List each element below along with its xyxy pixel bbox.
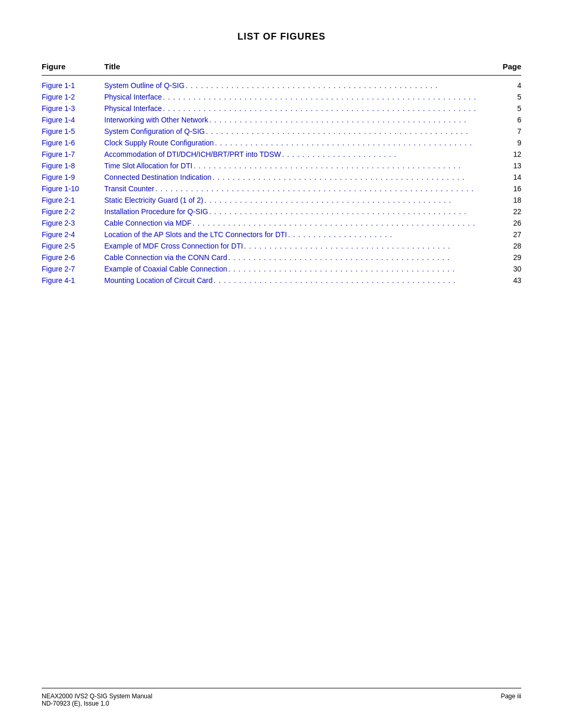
- figure-dots: . . . . . . . . . . . . . . . . . . . . …: [163, 104, 500, 113]
- figure-title-content: Interworking with Other Network . . . . …: [104, 116, 500, 124]
- figure-page-num: 28: [500, 242, 521, 250]
- figure-title-text: Interworking with Other Network: [104, 116, 208, 124]
- figure-title-text: Location of the AP Slots and the LTC Con…: [104, 230, 287, 239]
- table-row: Figure 1-3 Physical Interface . . . . . …: [42, 103, 521, 114]
- figure-link[interactable]: Figure 4-1: [42, 276, 104, 285]
- figure-dots: . . . . . . . . . . . . . . . . . . . . …: [209, 207, 499, 216]
- figure-title-content: Example of MDF Cross Connection for DTI …: [104, 242, 500, 250]
- figure-title-content: Cable Connection via the CONN Card . . .…: [104, 253, 500, 262]
- figure-page-num: 30: [500, 265, 521, 273]
- figure-page-num: 22: [500, 207, 521, 216]
- figure-dots: . . . . . . . . . . . . . . . . . . . . …: [204, 196, 499, 204]
- figure-title-content: Example of Coaxial Cable Connection . . …: [104, 265, 500, 273]
- figure-title-content: Clock Supply Route Configuration . . . .…: [104, 139, 500, 147]
- figure-page-num: 43: [500, 276, 521, 285]
- table-row: Figure 1-2 Physical Interface . . . . . …: [42, 91, 521, 103]
- figure-title-text: Physical Interface: [104, 93, 162, 101]
- figure-link[interactable]: Figure 1-3: [42, 104, 104, 113]
- figure-dots: . . . . . . . . . . . . . . . . . . . . …: [209, 116, 499, 124]
- figure-title-text: Mounting Location of Circuit Card: [104, 276, 213, 285]
- table-row: Figure 2-2 Installation Procedure for Q-…: [42, 206, 521, 217]
- figure-dots: . . . . . . . . . . . . . . . . . . . . …: [193, 162, 499, 170]
- figure-link[interactable]: Figure 2-5: [42, 242, 104, 250]
- figure-dots: . . . . . . . . . . . . . . . . . . . . …: [206, 127, 499, 135]
- figure-title-text: Installation Procedure for Q-SIG: [104, 207, 208, 216]
- figure-link[interactable]: Figure 2-3: [42, 219, 104, 227]
- table-row: Figure 1-4 Interworking with Other Netwo…: [42, 114, 521, 126]
- figure-dots: . . . . . . . . . . . . . . . . . . . . …: [214, 276, 499, 285]
- figure-title-content: Connected Destination Indication . . . .…: [104, 173, 500, 181]
- figure-title-text: Example of Coaxial Cable Connection: [104, 265, 227, 273]
- figure-dots: . . . . . . . . . . . . . . . . . . . . …: [215, 139, 499, 147]
- figure-link[interactable]: Figure 1-8: [42, 162, 104, 170]
- figure-dots: . . . . . . . . . . . . . . . . . . . . …: [186, 81, 499, 90]
- figure-link[interactable]: Figure 1-4: [42, 116, 104, 124]
- figure-dots: . . . . . . . . . . . . . . . . . . . . …: [288, 230, 499, 239]
- figure-dots: . . . . . . . . . . . . . . . . . . . . …: [228, 265, 499, 273]
- figure-link[interactable]: Figure 2-2: [42, 207, 104, 216]
- figure-title-content: Static Electricity Guard (1 of 2) . . . …: [104, 196, 500, 204]
- figure-link[interactable]: Figure 1-10: [42, 184, 104, 193]
- figure-link[interactable]: Figure 1-2: [42, 93, 104, 101]
- figure-title-content: Mounting Location of Circuit Card . . . …: [104, 276, 500, 285]
- figure-link[interactable]: Figure 1-5: [42, 127, 104, 135]
- figure-title-text: Cable Connection via the CONN Card: [104, 253, 227, 262]
- figure-page-num: 26: [500, 219, 521, 227]
- figure-link[interactable]: Figure 1-9: [42, 173, 104, 181]
- table-row: Figure 4-1 Mounting Location of Circuit …: [42, 275, 521, 286]
- page-container: LIST OF FIGURES Figure Title Page Figure…: [0, 0, 563, 728]
- figure-title-content: Physical Interface . . . . . . . . . . .…: [104, 104, 500, 113]
- table-row: Figure 2-4 Location of the AP Slots and …: [42, 229, 521, 240]
- table-row: Figure 2-6 Cable Connection via the CONN…: [42, 252, 521, 263]
- table-row: Figure 2-3 Cable Connection via MDF . . …: [42, 217, 521, 229]
- figure-link[interactable]: Figure 2-1: [42, 196, 104, 204]
- figure-page-num: 7: [500, 127, 521, 135]
- footer-left: NEAX2000 IVS2 Q-SIG System Manual ND-709…: [42, 693, 152, 707]
- figure-page-num: 12: [500, 150, 521, 158]
- figure-link[interactable]: Figure 1-7: [42, 150, 104, 158]
- figure-title-content: Location of the AP Slots and the LTC Con…: [104, 230, 500, 239]
- figure-title-text: Cable Connection via MDF: [104, 219, 191, 227]
- footer: NEAX2000 IVS2 Q-SIG System Manual ND-709…: [42, 688, 521, 707]
- figure-page-num: 14: [500, 173, 521, 181]
- footer-manual-name: NEAX2000 IVS2 Q-SIG System Manual: [42, 693, 152, 700]
- table-row: Figure 1-5 System Configuration of Q-SIG…: [42, 126, 521, 137]
- figure-dots: . . . . . . . . . . . . . . . . . . . . …: [212, 173, 499, 181]
- figure-page-num: 18: [500, 196, 521, 204]
- header-figure: Figure: [42, 62, 104, 71]
- figure-page-num: 9: [500, 139, 521, 147]
- figure-link[interactable]: Figure 1-1: [42, 81, 104, 90]
- table-row: Figure 2-7 Example of Coaxial Cable Conn…: [42, 263, 521, 275]
- table-row: Figure 1-6 Clock Supply Route Configurat…: [42, 137, 521, 149]
- figure-dots: . . . . . . . . . . . . . . . . . . . . …: [282, 150, 499, 158]
- figure-title-content: System Outline of Q-SIG . . . . . . . . …: [104, 81, 500, 90]
- footer-page: Page iii: [501, 693, 521, 700]
- table-row: Figure 1-9 Connected Destination Indicat…: [42, 171, 521, 183]
- figures-table: Figure 1-1 System Outline of Q-SIG . . .…: [42, 80, 521, 286]
- figure-page-num: 6: [500, 116, 521, 124]
- figure-title-text: Connected Destination Indication: [104, 173, 211, 181]
- table-row: Figure 1-7 Accommodation of DTI/DCH/ICH/…: [42, 149, 521, 160]
- figure-link[interactable]: Figure 2-4: [42, 230, 104, 239]
- table-row: Figure 2-5 Example of MDF Cross Connecti…: [42, 240, 521, 252]
- footer-doc-number: ND-70923 (E), Issue 1.0: [42, 700, 152, 707]
- figure-link[interactable]: Figure 1-6: [42, 139, 104, 147]
- figure-dots: . . . . . . . . . . . . . . . . . . . . …: [244, 242, 499, 250]
- table-header: Figure Title Page: [42, 58, 521, 76]
- figure-title-text: System Configuration of Q-SIG: [104, 127, 205, 135]
- table-row: Figure 1-1 System Outline of Q-SIG . . .…: [42, 80, 521, 91]
- figure-title-text: Accommodation of DTI/DCH/ICH/BRT/PRT int…: [104, 150, 281, 158]
- figure-title-text: System Outline of Q-SIG: [104, 81, 185, 90]
- table-row: Figure 2-1 Static Electricity Guard (1 o…: [42, 194, 521, 206]
- figure-title-content: Cable Connection via MDF . . . . . . . .…: [104, 219, 500, 227]
- figure-title-content: Accommodation of DTI/DCH/ICH/BRT/PRT int…: [104, 150, 500, 158]
- figure-dots: . . . . . . . . . . . . . . . . . . . . …: [163, 93, 500, 101]
- figure-link[interactable]: Figure 2-7: [42, 265, 104, 273]
- figure-link[interactable]: Figure 2-6: [42, 253, 104, 262]
- figure-title-content: Transit Counter . . . . . . . . . . . . …: [104, 184, 500, 193]
- header-title: Title: [104, 62, 490, 71]
- figure-page-num: 27: [500, 230, 521, 239]
- figure-title-content: Installation Procedure for Q-SIG . . . .…: [104, 207, 500, 216]
- figure-page-num: 5: [500, 104, 521, 113]
- figure-dots: . . . . . . . . . . . . . . . . . . . . …: [228, 253, 499, 262]
